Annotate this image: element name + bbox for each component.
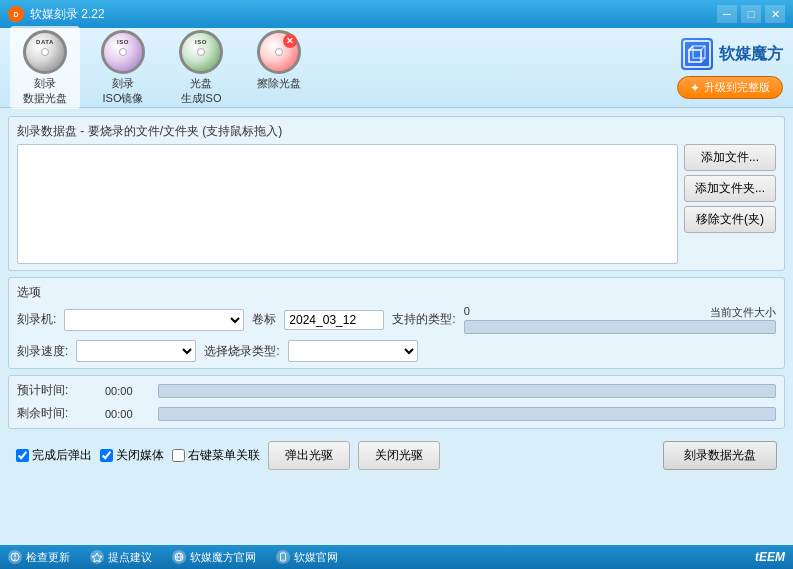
svg-point-7 [14,558,16,560]
official-site-label: 软媒魔方官网 [190,550,256,565]
mobile-icon [276,550,290,564]
file-size-progress-bar [464,320,776,334]
eject-drive-button[interactable]: 弹出光驱 [268,441,350,470]
maximize-button[interactable]: □ [741,5,761,23]
minimize-button[interactable]: ─ [717,5,737,23]
title-bar-controls: ─ □ ✕ [717,5,785,23]
burner-label: 刻录机: [17,311,56,328]
erase-disc-icon: ✕ [257,30,301,74]
type-select[interactable] [288,340,418,362]
bottom-controls: 完成后弹出 关闭媒体 右键菜单关联 弹出光驱 关闭光驱 刻录数据光盘 [8,435,785,476]
mobile-label: 软媒官网 [294,550,338,565]
current-file-size-label: 当前文件大小 [710,305,776,320]
mobile-item[interactable]: 软媒官网 [276,550,338,565]
estimated-progress-bar [158,384,776,398]
supported-label: 支持的类型: [392,311,455,328]
options-section-title: 选项 [17,284,776,301]
feedback-label: 提点建议 [108,550,152,565]
burn-data-label: 刻录数据光盘 [23,76,67,105]
remaining-row: 剩余时间: 00:00 [17,405,776,422]
app-icon: D [8,6,24,22]
svg-rect-0 [689,50,701,62]
toolbar-item-erase-disc[interactable]: ✕ 擦除光盘 [244,26,314,109]
remaining-value: 00:00 [105,408,150,420]
svg-line-2 [689,46,693,50]
burn-iso-icon: ISO [101,30,145,74]
volume-input[interactable] [284,310,384,330]
title-bar-text: 软媒刻录 2.22 [30,6,717,23]
burner-select[interactable] [64,309,244,331]
type-label: 选择烧录类型: [204,343,279,360]
remaining-progress-bar [158,407,776,421]
close-button[interactable]: ✕ [765,5,785,23]
create-iso-label: 光盘生成ISO [181,76,222,105]
context-menu-label: 右键菜单关联 [188,447,260,464]
brand-name: 软媒魔方 [719,44,783,65]
speed-label: 刻录速度: [17,343,68,360]
finish-eject-label: 完成后弹出 [32,447,92,464]
file-section-inner: 添加文件... 添加文件夹... 移除文件(夹) [17,144,776,264]
svg-line-4 [701,58,705,62]
options-row2: 刻录速度: 选择烧录类型: [17,340,776,362]
title-bar: D 软媒刻录 2.22 ─ □ ✕ [0,0,793,28]
checkbox-finish-eject[interactable]: 完成后弹出 [16,447,92,464]
toolbar: DATA 刻录数据光盘 ISO 刻录ISO镜像 ISO 光盘生成ISO [0,28,793,108]
upgrade-icon: ✦ [690,81,700,95]
close-media-label: 关闭媒体 [116,447,164,464]
remove-file-button[interactable]: 移除文件(夹) [684,206,776,233]
brand-icon [681,38,713,70]
file-section-title: 刻录数据盘 - 要烧录的文件/文件夹 (支持鼠标拖入) [17,123,776,140]
estimated-value: 00:00 [105,385,150,397]
toolbar-item-burn-iso[interactable]: ISO 刻录ISO镜像 [88,26,158,109]
main-content: 刻录数据盘 - 要烧录的文件/文件夹 (支持鼠标拖入) 添加文件... 添加文件… [0,108,793,545]
file-list-area[interactable] [17,144,678,264]
check-update-item[interactable]: 检查更新 [8,550,70,565]
add-folder-button[interactable]: 添加文件夹... [684,175,776,202]
svg-point-13 [283,559,284,560]
toolbar-item-burn-data[interactable]: DATA 刻录数据光盘 [10,26,80,109]
burn-iso-label: 刻录ISO镜像 [103,76,144,105]
status-bar: 检查更新 提点建议 软媒魔方官网 软媒官网 tEEM [0,545,793,569]
svg-line-3 [701,46,705,50]
volume-label: 卷标 [252,311,276,328]
erase-disc-label: 擦除光盘 [257,76,301,90]
check-update-label: 检查更新 [26,550,70,565]
checkbox-close-media[interactable]: 关闭媒体 [100,447,164,464]
svg-rect-1 [693,46,705,58]
burn-data-icon: DATA [23,30,67,74]
add-file-button[interactable]: 添加文件... [684,144,776,171]
speed-select[interactable] [76,340,196,362]
progress-section: 预计时间: 00:00 剩余时间: 00:00 [8,375,785,429]
upgrade-label: 升级到完整版 [704,80,770,95]
team-item: tEEM [755,550,785,564]
create-iso-icon: ISO [179,30,223,74]
upgrade-button[interactable]: ✦ 升级到完整版 [677,76,783,99]
toolbar-items: DATA 刻录数据光盘 ISO 刻录ISO镜像 ISO 光盘生成ISO [10,26,314,109]
estimated-label: 预计时间: [17,382,97,399]
options-section: 选项 刻录机: 卷标 支持的类型: 0 当前文件大小 刻录速度: 选择烧录类型: [8,277,785,369]
official-site-icon [172,550,186,564]
file-size-value: 0 [464,305,470,320]
estimated-row: 预计时间: 00:00 [17,382,776,399]
options-row1: 刻录机: 卷标 支持的类型: 0 当前文件大小 [17,305,776,334]
feedback-item[interactable]: 提点建议 [90,550,152,565]
close-media-checkbox[interactable] [100,449,113,462]
check-update-icon [8,550,22,564]
toolbar-right: 软媒魔方 ✦ 升级到完整版 [677,38,783,99]
feedback-icon [90,550,104,564]
context-menu-checkbox[interactable] [172,449,185,462]
burn-button[interactable]: 刻录数据光盘 [663,441,777,470]
size-area: 0 当前文件大小 [464,305,776,334]
file-buttons: 添加文件... 添加文件夹... 移除文件(夹) [684,144,776,264]
svg-marker-8 [92,553,102,562]
toolbar-item-create-iso[interactable]: ISO 光盘生成ISO [166,26,236,109]
brand-logo: 软媒魔方 [681,38,783,70]
close-drive-button[interactable]: 关闭光驱 [358,441,440,470]
remaining-label: 剩余时间: [17,405,97,422]
team-label: tEEM [755,550,785,564]
erase-badge: ✕ [283,34,297,48]
official-site-item[interactable]: 软媒魔方官网 [172,550,256,565]
file-section: 刻录数据盘 - 要烧录的文件/文件夹 (支持鼠标拖入) 添加文件... 添加文件… [8,116,785,271]
checkbox-context-menu[interactable]: 右键菜单关联 [172,447,260,464]
finish-eject-checkbox[interactable] [16,449,29,462]
